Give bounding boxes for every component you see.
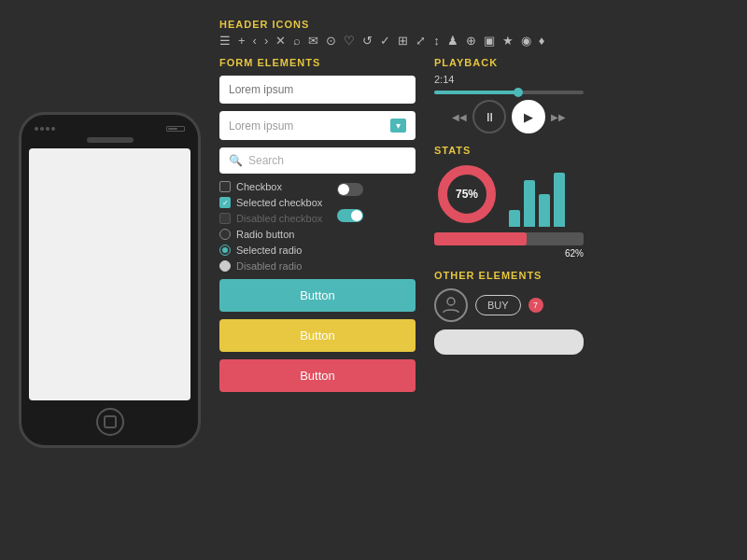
radio-row-1[interactable]: Radio button xyxy=(219,229,322,240)
checkbox-checked[interactable]: ✓ xyxy=(219,197,231,208)
camera-icon[interactable]: ⊙ xyxy=(326,34,336,48)
search-small-icon: 🔍 xyxy=(229,154,243,167)
other-title: OTHER ELEMENTS xyxy=(434,270,584,281)
fast-forward-icon[interactable]: ▶▶ xyxy=(551,112,566,122)
select-input[interactable]: Lorem ipsum ▾ xyxy=(219,111,416,140)
checkbox-row-3: Disabled checkbox xyxy=(219,213,322,224)
phone-status-bar xyxy=(29,124,190,133)
toggles-column xyxy=(337,183,363,272)
playback-title: PLAYBACK xyxy=(434,57,584,68)
mail-icon[interactable]: ✉ xyxy=(308,34,318,48)
close-icon[interactable]: ✕ xyxy=(275,34,286,48)
chevron-right-icon[interactable]: › xyxy=(264,34,268,48)
chat-bubble xyxy=(434,329,584,355)
avatar-icon xyxy=(440,294,462,316)
main-row: FORM ELEMENTS Lorem ipsum ▾ 🔍 Search Che… xyxy=(219,57,728,541)
toggle-off[interactable] xyxy=(337,183,363,196)
avatar xyxy=(434,288,468,322)
playback-time: 2:14 xyxy=(434,74,584,85)
grid-icon[interactable]: ⊞ xyxy=(398,34,408,48)
stats-title: STATS xyxy=(434,145,584,156)
select-arrow-icon[interactable]: ▾ xyxy=(390,119,406,133)
stat-progress: 62% xyxy=(434,232,584,259)
bar-2 xyxy=(524,180,535,227)
buy-button[interactable]: BUY xyxy=(475,295,521,315)
phone-mockup xyxy=(19,112,201,448)
phone-home-button[interactable] xyxy=(96,408,124,436)
button-red[interactable]: Button xyxy=(219,359,416,392)
header-icons-row: ☰ + ‹ › ✕ ⌕ ✉ ⊙ ♡ ↺ ✓ ⊞ ⤢ ↕ ♟ ⊕ ▣ ★ ◉ ♦ xyxy=(219,34,728,48)
form-section-title: FORM ELEMENTS xyxy=(219,57,416,68)
refresh-icon[interactable]: ↺ xyxy=(362,34,373,48)
bar-4 xyxy=(554,173,565,227)
donut-label: 75% xyxy=(456,188,478,201)
progress-fill xyxy=(434,91,516,94)
button-teal[interactable]: Button xyxy=(219,279,416,312)
rewind-icon[interactable]: ◀◀ xyxy=(452,112,467,122)
stat-progress-label: 62% xyxy=(434,248,584,259)
progress-bar[interactable] xyxy=(434,91,584,94)
play-button[interactable]: ▶ xyxy=(512,100,545,133)
location-icon[interactable]: ◉ xyxy=(521,34,531,48)
checkbox-row-1[interactable]: Checkbox xyxy=(219,181,322,192)
star-icon[interactable]: ★ xyxy=(502,34,514,48)
radio-label-1: Radio button xyxy=(236,229,294,240)
phone-speaker xyxy=(87,137,134,143)
other-row-1: BUY 7 xyxy=(434,288,584,322)
resize-icon[interactable]: ↕ xyxy=(433,34,440,48)
toggle-knob-off xyxy=(338,184,349,195)
notification-badge: 7 xyxy=(529,298,543,313)
add-icon[interactable]: + xyxy=(238,34,246,48)
header-icons-section: HEADER ICONS ☰ + ‹ › ✕ ⌕ ✉ ⊙ ♡ ↺ ✓ ⊞ ⤢ ↕… xyxy=(219,19,728,48)
checkbox-label-2: Selected checkbox xyxy=(236,197,322,208)
checkbox-disabled xyxy=(219,213,231,224)
other-elements-section: OTHER ELEMENTS BUY 7 xyxy=(434,270,584,355)
stat-bar-bg xyxy=(434,232,584,245)
stats-section: STATS 75% xyxy=(434,145,584,259)
phone-home-inner xyxy=(104,415,117,428)
expand-icon[interactable]: ⤢ xyxy=(416,34,426,48)
user-icon[interactable]: ♟ xyxy=(447,34,458,48)
pin-icon[interactable]: ♦ xyxy=(539,34,545,48)
bar-chart xyxy=(509,171,565,227)
bar-3 xyxy=(539,194,550,227)
toggle-on[interactable] xyxy=(337,209,363,222)
form-checks: Checkbox ✓ Selected checkbox Disabled ch… xyxy=(219,181,322,272)
checks-toggles: Checkbox ✓ Selected checkbox Disabled ch… xyxy=(219,181,416,272)
phone-battery xyxy=(166,126,185,132)
radio-row-3: Disabled radio xyxy=(219,260,322,272)
chevron-left-icon[interactable]: ‹ xyxy=(253,34,257,48)
radio-row-2[interactable]: Selected radio xyxy=(219,245,322,256)
select-placeholder: Lorem ipsum xyxy=(229,119,293,133)
progress-knob[interactable] xyxy=(514,88,523,97)
menu-icon[interactable]: ☰ xyxy=(219,34,231,48)
image-icon[interactable]: ▣ xyxy=(484,34,495,48)
pause-button[interactable]: ⏸ xyxy=(472,100,506,133)
checkbox-label-1: Checkbox xyxy=(236,181,282,192)
button-yellow[interactable]: Button xyxy=(219,319,416,352)
radio-label-3: Disabled radio xyxy=(236,260,302,272)
header-icons-title: HEADER ICONS xyxy=(219,19,728,30)
text-input-1[interactable] xyxy=(219,76,416,104)
settings-icon[interactable]: ⊕ xyxy=(466,34,476,48)
ui-area: HEADER ICONS ☰ + ‹ › ✕ ⌕ ✉ ⊙ ♡ ↺ ✓ ⊞ ⤢ ↕… xyxy=(219,19,728,541)
donut-chart: 75% xyxy=(434,161,500,227)
toggle-knob-on xyxy=(351,210,362,221)
svg-point-2 xyxy=(447,298,455,305)
radio-selected[interactable] xyxy=(219,245,231,256)
radio-empty[interactable] xyxy=(219,229,231,240)
phone-screen xyxy=(29,148,190,400)
checkbox-label-3: Disabled checkbox xyxy=(236,213,322,224)
playback-section: PLAYBACK 2:14 ◀◀ ⏸ ▶ ▶▶ xyxy=(434,57,584,133)
form-elements-section: FORM ELEMENTS Lorem ipsum ▾ 🔍 Search Che… xyxy=(219,57,416,541)
search-input-wrap[interactable]: 🔍 Search xyxy=(219,147,416,174)
stat-bar-fill xyxy=(434,232,527,245)
checkbox-empty[interactable] xyxy=(219,181,231,192)
phone-signal xyxy=(35,127,55,131)
checkbox-row-2[interactable]: ✓ Selected checkbox xyxy=(219,197,322,208)
search-icon[interactable]: ⌕ xyxy=(293,34,301,48)
right-panel: PLAYBACK 2:14 ◀◀ ⏸ ▶ ▶▶ STATS xyxy=(434,57,584,541)
radio-label-2: Selected radio xyxy=(236,245,302,256)
heart-icon[interactable]: ♡ xyxy=(344,34,355,48)
check-icon[interactable]: ✓ xyxy=(380,34,390,48)
